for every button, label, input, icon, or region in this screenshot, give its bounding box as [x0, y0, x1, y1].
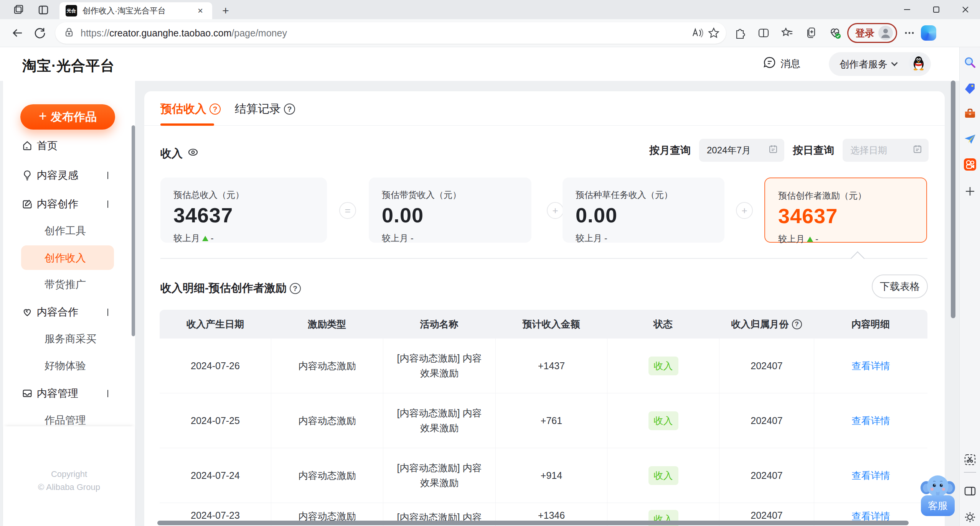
sidebar-scrollbar[interactable] — [132, 125, 135, 336]
url-bar[interactable]: https://creator.guanghe.taobao.com/page/… — [55, 22, 726, 44]
income-section-title: 收入 — [160, 146, 200, 161]
month-picker-input[interactable]: 2024年7月 — [699, 139, 784, 162]
window-controls — [893, 0, 980, 19]
sidebar-item-inspiration[interactable]: 内容灵感 — [3, 165, 135, 185]
sidebar-item-home[interactable]: 首页 — [3, 136, 135, 156]
rail-screenshot-icon[interactable] — [963, 453, 977, 467]
help-icon[interactable]: ? — [284, 104, 295, 115]
card-compare: 较上月- — [576, 232, 711, 244]
rail-add-icon[interactable] — [963, 184, 977, 198]
rail-kuaishou-icon[interactable] — [963, 158, 977, 171]
rail-settings-icon[interactable] — [963, 510, 977, 524]
browser-essentials-icon[interactable] — [827, 25, 843, 41]
sidebar-item-management[interactable]: 内容管理 — [3, 383, 135, 403]
active-tab-underline — [160, 123, 214, 126]
sidebar-item-cooperation[interactable]: 内容合作 — [3, 302, 135, 322]
card-compare: 较上月- — [382, 232, 518, 244]
col-header: 收入产生日期 — [160, 310, 271, 339]
cell-month: 202407 — [719, 448, 814, 503]
download-table-button[interactable]: 下载表格 — [872, 275, 928, 298]
col-header: 激励类型 — [271, 310, 383, 339]
sidebar-item-goods-experience[interactable]: 好物体验 — [3, 356, 135, 376]
income-tabs: 预估收入 ? 结算记录 ? — [144, 91, 945, 126]
browser-tab[interactable]: 光合 创作收入·淘宝光合平台 × — [59, 2, 212, 19]
col-header-with-help: 收入归属月份? — [719, 310, 814, 339]
cell-activity: [内容动态激励] 内容效果激励 — [383, 393, 495, 448]
login-button[interactable]: 登录 — [847, 23, 897, 43]
favorites-bar-icon[interactable] — [779, 25, 796, 41]
help-icon[interactable]: ? — [792, 319, 802, 329]
customer-service-label: 客服 — [921, 495, 955, 516]
more-menu-icon[interactable] — [901, 25, 918, 41]
rail-tools-icon[interactable] — [963, 107, 977, 121]
income-table: 收入产生日期 激励类型 活动名称 预计收入金额 状态 收入归属月份? 内容明细 … — [160, 310, 927, 526]
message-bubble-icon — [763, 56, 777, 72]
card-goods-income: 预估带货收入（元） 0.00 较上月- — [369, 178, 531, 243]
cell-date: 2024-07-26 — [160, 339, 271, 393]
copyright-line2: © Alibaba Group — [3, 482, 135, 492]
cell-month: 202407 — [719, 339, 814, 393]
tab-close-icon[interactable]: × — [194, 4, 207, 17]
rail-search-icon[interactable] — [963, 56, 977, 69]
day-placeholder: 选择日期 — [850, 144, 887, 156]
rail-send-icon[interactable] — [963, 132, 977, 146]
sidebar-item-label: 带货推广 — [45, 278, 86, 291]
qq-penguin-avatar[interactable] — [909, 53, 929, 75]
col-header: 内容明细 — [814, 310, 927, 339]
tab-label: 结算记录 — [235, 101, 281, 117]
sidebar-item-creation-tools[interactable]: 创作工具 — [3, 221, 135, 241]
minimize-button[interactable] — [893, 0, 922, 19]
publish-button[interactable]: + 发布作品 — [20, 104, 115, 130]
tab-estimated-income[interactable]: 预估收入 ? — [160, 101, 221, 117]
rail-shopping-icon[interactable] — [963, 82, 977, 95]
page-vertical-scrollbar[interactable] — [951, 81, 955, 318]
new-tab-button[interactable]: + — [218, 3, 233, 18]
view-details-link[interactable]: 查看详情 — [852, 469, 890, 482]
section-divider — [160, 258, 927, 259]
messages-button[interactable]: 消息 — [763, 56, 800, 72]
help-icon[interactable]: ? — [290, 283, 301, 294]
card-title: 预估总收入（元） — [173, 189, 314, 201]
copilot-icon[interactable] — [921, 25, 936, 41]
day-picker-input[interactable]: 选择日期 — [843, 139, 929, 162]
back-icon[interactable] — [9, 25, 26, 41]
by-day-label: 按日查询 — [793, 143, 834, 157]
workspaces-icon[interactable] — [12, 3, 26, 17]
maximize-button[interactable] — [922, 0, 951, 19]
eye-icon[interactable] — [186, 146, 200, 161]
help-icon[interactable]: ? — [210, 104, 221, 115]
customer-service-widget[interactable]: 客服 — [920, 474, 955, 516]
cell-type: 内容动态激励 — [271, 393, 383, 448]
sidebar-item-promotion[interactable]: 带货推广 — [3, 275, 135, 294]
delta-up-icon — [202, 236, 208, 241]
month-value: 2024年7月 — [707, 144, 751, 156]
cell-status: 收入 — [607, 339, 719, 393]
sidebar-item-service-purchase[interactable]: 服务商采买 — [3, 329, 135, 349]
collections-icon[interactable] — [803, 25, 820, 41]
plus-operator: + — [547, 202, 564, 219]
cell-date: 2024-07-24 — [160, 448, 271, 503]
tab-actions-icon[interactable] — [36, 3, 51, 17]
site-favicon: 光合 — [66, 5, 77, 16]
page-horizontal-scrollbar[interactable] — [157, 521, 909, 525]
sidebar-item-creation[interactable]: 内容创作 — [3, 194, 135, 214]
tab-settlement-record[interactable]: 结算记录 ? — [235, 101, 295, 117]
sidebar-item-creation-income[interactable]: 创作收入 — [21, 245, 114, 270]
read-aloud-icon[interactable] — [688, 25, 705, 41]
favorite-star-icon[interactable] — [705, 25, 722, 41]
view-details-link[interactable]: 查看详情 — [852, 414, 890, 427]
copyright-line1: Copyright — [3, 469, 135, 479]
card-compare: 较上月- — [173, 232, 314, 244]
close-button[interactable] — [951, 0, 980, 19]
rail-sidebar-toggle-icon[interactable] — [963, 484, 977, 498]
split-screen-icon[interactable] — [755, 25, 772, 41]
refresh-icon[interactable] — [31, 25, 48, 41]
creator-service-menu[interactable]: 创作者服务 — [829, 52, 931, 76]
site-logo[interactable]: 淘宝·光合平台 — [22, 56, 115, 76]
view-details-link[interactable]: 查看详情 — [852, 360, 890, 372]
card-creator-incentive[interactable]: 预估创作者激励（元） 34637 较上月- — [764, 178, 927, 243]
status-badge: 收入 — [648, 357, 678, 375]
extensions-icon[interactable] — [731, 25, 748, 41]
cell-type: 内容动态激励 — [271, 339, 383, 393]
table-row: 2024-07-25 内容动态激励 [内容动态激励] 内容效果激励 +761 收… — [160, 393, 927, 448]
